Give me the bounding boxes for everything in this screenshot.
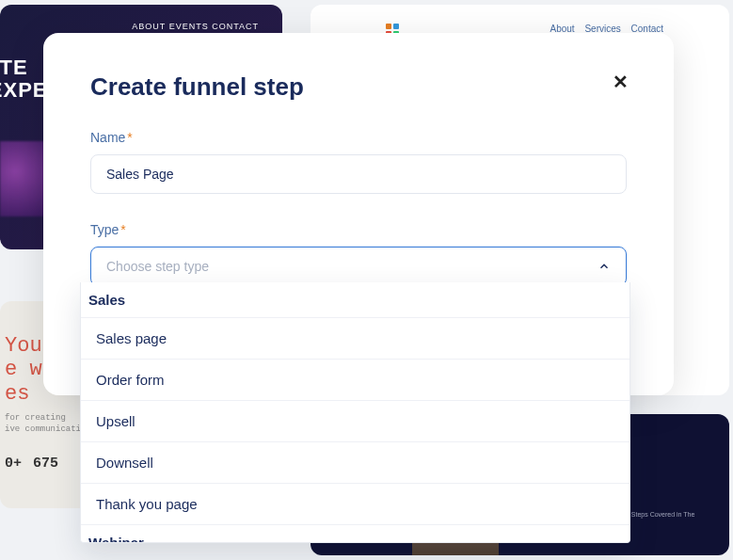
bg-card1-nav: ABOUT EVENTS CONTACT [132,22,259,31]
type-dropdown: Sales Sales page Order form Upsell Downs… [80,282,630,543]
dropdown-group-sales: Sales [81,282,629,318]
bg-card3-stat1: 0+ [5,456,22,472]
dropdown-item-downsell[interactable]: Downsell [81,442,629,484]
dropdown-item-order-form[interactable]: Order form [81,360,629,401]
required-asterisk: * [127,130,132,145]
name-label: Name* [90,130,627,145]
bg-card3-stat2-val: 675 [33,456,58,472]
name-field-group: Name* [90,130,627,194]
required-asterisk: * [120,222,125,237]
dropdown-item-thank-you[interactable]: Thank you page [81,484,629,525]
bg-card3-stat2: 675 [33,456,58,472]
modal-title: Create funnel step [90,72,627,102]
dropdown-group-webinar: Webinar [81,525,629,542]
type-select[interactable]: Choose step type [90,247,627,286]
bg-card3-stat1-val: 0+ [5,456,22,472]
dropdown-item-upsell[interactable]: Upsell [81,401,629,442]
bg-card1-line1: MATE [0,56,47,79]
dropdown-item-sales-page[interactable]: Sales page [81,318,629,360]
type-field-group: Type* Choose step type [90,222,627,286]
type-label-text: Type [90,222,119,237]
chevron-up-icon [598,260,611,273]
type-placeholder: Choose step type [106,259,209,274]
name-label-text: Name [90,130,125,145]
name-input[interactable] [90,154,627,194]
close-button[interactable]: ✕ [613,71,629,93]
bg-card1-line2: E EXPE [0,79,47,102]
bg-card1-headline: MATE E EXPE [0,56,47,102]
type-label: Type* [90,222,627,237]
